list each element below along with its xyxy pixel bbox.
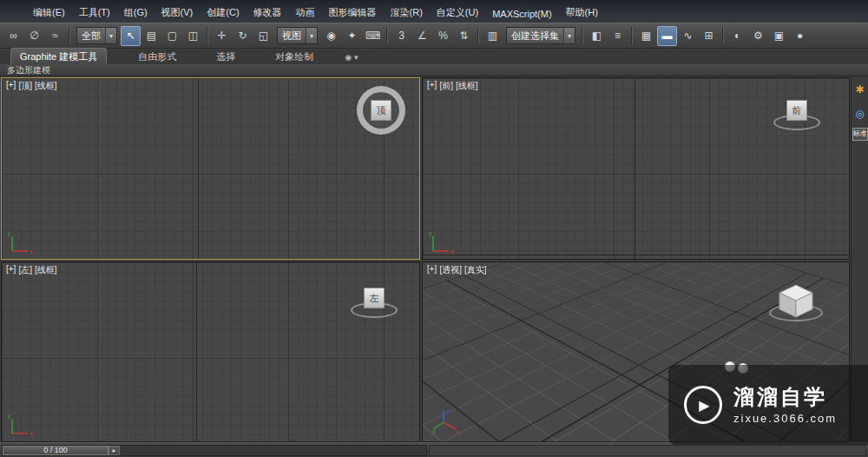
ribbon-panel-strip[interactable]: 多边形建模 [0,64,868,76]
viewcube-face[interactable]: 前 [786,100,807,121]
viewport-shading-button[interactable]: [真实] [464,264,487,276]
svg-text:x: x [30,431,33,437]
menu-bar: 编辑(E) 工具(T) 组(G) 视图(V) 创建(C) 修改器 动画 图形编辑… [0,0,868,23]
window-crossing-icon[interactable]: ◫ [183,26,203,46]
standard-primitives-button[interactable]: 标准 [852,128,868,141]
menu-item-help[interactable]: 帮助(H) [559,3,605,22]
chevron-down-icon: ▾ [306,28,317,43]
material-editor-icon[interactable]: ◐ [727,26,747,46]
viewport-name-button[interactable]: [顶] [18,80,32,92]
main-toolbar: ∞ ∅ ≈ 全部 ▾ ↖ ▤ ▢ ◫ ✛ ↻ ◱ 视图 ▾ ◉ ✦ ⌨ 3 ∠ … [0,23,868,49]
viewcube[interactable]: 前 [773,97,823,137]
toolbar-separator [207,27,208,44]
viewport-shading-button[interactable]: [线框] [35,264,57,276]
menu-item-maxscript[interactable]: MAXScript(M) [485,6,558,22]
snaps-toggle-icon[interactable]: 3 [391,26,411,46]
render-production-icon[interactable]: ● [790,26,810,46]
schematic-view-icon[interactable]: ⊞ [699,26,719,46]
menu-item-modifiers[interactable]: 修改器 [247,3,289,22]
menu-item-rendering[interactable]: 渲染(R) [384,3,430,22]
use-pivot-point-center-icon[interactable]: ◉ [321,26,341,46]
viewport-name-button[interactable]: [前] [439,80,453,92]
menu-item-animation[interactable]: 动画 [289,3,322,22]
menu-item-customize[interactable]: 自定义(U) [430,3,485,22]
tab-graphite-modeling-tools[interactable]: Graphite 建模工具 [10,48,107,64]
viewport-menu-button[interactable]: [+] [427,80,437,92]
named-selection-set-combo[interactable]: 创建选择集 ▾ [506,27,575,44]
chevron-down-icon: ▾ [354,53,358,62]
menu-item-tools[interactable]: 工具(T) [72,3,117,22]
viewport-menu-button[interactable]: [+] [6,80,16,92]
time-slider-track[interactable]: 0 / 100 ▸ [2,445,427,456]
tab-freeform[interactable]: 自由形式 [129,49,185,64]
axis-tripod-icon: x y [6,413,36,439]
select-by-name-icon[interactable]: ▤ [141,26,161,46]
select-and-rotate-icon[interactable]: ↻ [233,26,253,46]
ribbon-options-control[interactable]: ◉ ▾ [345,53,358,64]
grid-origin-line [196,262,197,441]
tab-object-paint[interactable]: 对象绘制 [266,49,322,64]
bind-to-space-warp-icon[interactable]: ≈ [45,26,65,46]
align-icon[interactable]: ≡ [608,26,628,46]
render-setup-icon[interactable]: ⚙ [748,26,768,46]
selection-filter-dropdown[interactable]: 全部 ▾ [76,27,117,44]
select-and-manipulate-icon[interactable]: ✦ [342,26,362,46]
svg-text:x: x [457,428,460,434]
mirror-icon[interactable]: ◧ [587,26,607,46]
viewcube[interactable] [776,283,816,320]
grid-origin-line [198,78,199,259]
track-bar[interactable] [429,445,866,456]
select-and-scale-icon[interactable]: ◱ [253,26,273,46]
viewport-shading-button[interactable]: [线框] [456,80,478,92]
toolbar-separator [582,27,583,44]
viewcube[interactable]: 顶 [357,86,405,135]
keyboard-shortcut-override-icon[interactable]: ⌨ [363,26,383,46]
menu-item-views[interactable]: 视图(V) [155,3,201,22]
select-object-icon[interactable]: ↖ [121,26,141,46]
grid-ground-line [423,255,849,255]
command-panel-icon[interactable]: ◎ [855,109,864,119]
axis-tripod-icon: x y z [431,407,461,434]
viewcube[interactable]: 左 [350,285,400,325]
graphite-ribbon-toggle-icon[interactable]: ▬ [657,26,677,46]
tab-selection[interactable]: 选择 [207,49,244,64]
time-slider-handle[interactable]: 0 / 100 [3,446,108,455]
edit-named-selection-sets-icon[interactable]: ▥ [483,26,503,46]
viewcube-face[interactable]: 左 [364,288,385,308]
viewcube-face[interactable]: 顶 [371,100,391,121]
svg-text:y: y [432,428,436,434]
viewport-name-button[interactable]: [透视] [439,264,462,276]
select-and-move-icon[interactable]: ✛ [212,26,232,46]
viewport-shading-button[interactable]: [线框] [35,80,57,92]
viewport-top[interactable]: [+] [顶] [线框] 顶 x y [1,77,420,260]
unlink-selection-icon[interactable]: ∅ [24,26,44,46]
watermark-text: 溜溜自学 zixue.3066.com [733,385,837,425]
select-and-link-icon[interactable]: ∞ [3,26,23,46]
axis-tripod-icon: x y [427,230,457,256]
watermark-site: zixue.3066.com [733,412,837,425]
angle-snap-toggle-icon[interactable]: ∠ [412,26,432,46]
named-selection-set-value: 创建选择集 [507,30,563,43]
spinner-snap-toggle-icon[interactable]: ⇅ [454,26,474,46]
viewport-menu-button[interactable]: [+] [6,264,16,276]
viewport-left[interactable]: [+] [左] [线框] 左 x y [1,262,420,442]
create-tab-icon[interactable]: ✱ [855,84,864,95]
layer-manager-icon[interactable]: ▦ [636,26,656,46]
viewport-menu-button[interactable]: [+] [427,264,437,276]
menu-item-create[interactable]: 创建(C) [200,3,246,22]
toolbar-separator [477,27,479,44]
menu-item-group[interactable]: 组(G) [117,3,155,22]
percent-snap-toggle-icon[interactable]: % [433,26,453,46]
rendered-frame-window-icon[interactable]: ▣ [769,26,789,46]
next-frame-icon[interactable]: ▸ [108,446,120,455]
svg-text:x: x [30,248,33,255]
rectangular-selection-region-icon[interactable]: ▢ [162,26,182,46]
viewport-front[interactable]: [+] [前] [线框] 前 x y [422,77,850,260]
menu-item-edit[interactable]: 编辑(E) [26,3,72,22]
reference-coordinate-dropdown[interactable]: 视图 ▾ [277,27,318,44]
3dsmax-window: 编辑(E) 工具(T) 组(G) 视图(V) 创建(C) 修改器 动画 图形编辑… [0,0,868,457]
curve-editor-icon[interactable]: ∿ [678,26,698,46]
menu-item-graph-editors[interactable]: 图形编辑器 [322,3,384,22]
selection-filter-value: 全部 [77,30,105,43]
viewport-name-button[interactable]: [左] [18,264,32,276]
